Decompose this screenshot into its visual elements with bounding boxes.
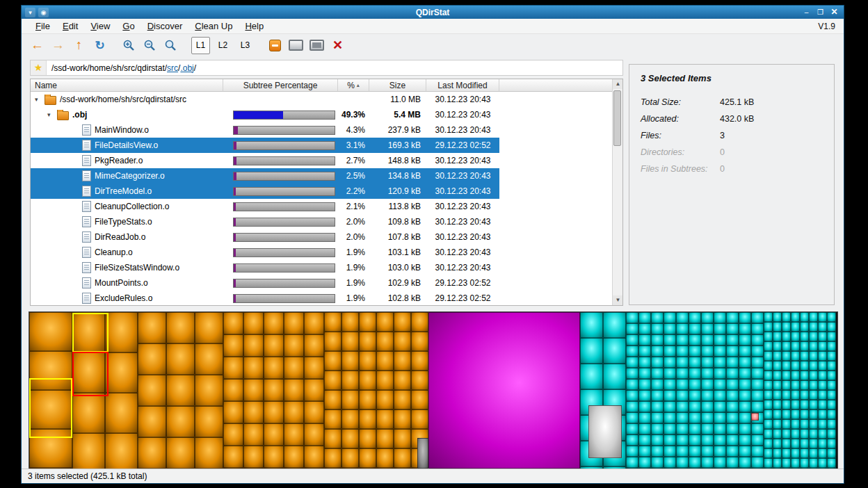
treemap-tile[interactable] [764,380,773,390]
treemap-tile[interactable] [166,406,195,437]
treemap-tile[interactable] [195,406,223,437]
treemap-tile[interactable] [714,312,726,323]
treemap-tile[interactable] [638,434,651,446]
treemap-tile[interactable] [324,448,341,468]
treemap-tile[interactable] [809,312,818,322]
minimize-button[interactable]: – [801,7,812,17]
treemap-tile[interactable] [773,429,782,439]
treemap-tile[interactable] [284,446,304,468]
treemap-tile[interactable] [195,312,223,343]
treemap-tile[interactable] [764,351,773,361]
treemap-tile[interactable] [638,323,651,334]
treemap-tile[interactable] [726,357,739,368]
treemap-tile[interactable] [751,345,764,357]
treemap-tile[interactable] [739,412,751,423]
treemap-tile[interactable] [739,357,751,368]
treemap-tile[interactable] [359,429,376,448]
treemap-tile[interactable] [243,446,264,468]
treemap-tile[interactable] [827,458,836,468]
tree-row[interactable]: ▾ DirTreeModel.o 2.2% 120.9 kB 30.12.23 … [31,184,622,199]
treemap-tile[interactable] [800,439,809,448]
treemap-tile[interactable] [166,375,195,406]
treemap-tile[interactable] [827,400,836,409]
treemap-tile[interactable] [714,446,726,457]
package-button[interactable] [266,37,284,54]
treemap-tile[interactable] [827,361,836,371]
treemap-tile[interactable] [394,448,411,468]
treemap-tile[interactable] [782,361,791,371]
treemap-tile[interactable] [166,437,195,469]
treemap-tile[interactable] [651,412,664,423]
window-menu-icon[interactable]: ▾ [25,8,35,17]
treemap-tile[interactable] [638,312,651,323]
treemap-tile[interactable] [782,332,791,341]
expander-icon[interactable]: ▾ [47,111,54,118]
treemap-tile[interactable] [809,390,818,400]
treemap-tile[interactable] [651,401,664,412]
treemap-tile[interactable] [651,334,664,345]
treemap-tile[interactable] [689,379,701,390]
treemap-tile[interactable] [800,419,809,429]
treemap-tile[interactable] [726,401,739,412]
treemap-tile[interactable] [676,334,689,345]
treemap-tile[interactable] [791,409,800,419]
treemap-tile[interactable] [764,458,773,468]
treemap-tile[interactable] [626,357,638,368]
treemap-tile[interactable] [651,446,664,457]
treemap-tile[interactable] [626,379,638,390]
treemap-tile[interactable] [773,409,782,419]
treemap-tile[interactable] [689,390,701,401]
treemap-tile[interactable] [166,312,195,343]
treemap-tile[interactable] [304,379,324,401]
treemap-tile[interactable] [800,429,809,439]
tree-row[interactable]: ▾ FileDetailsView.o 3.1% 169.3 kB 29.12.… [31,138,622,153]
treemap-tile[interactable] [638,401,651,412]
treemap-tile[interactable] [359,409,376,429]
treemap-tile[interactable] [264,446,284,468]
treemap-tile[interactable] [264,423,284,446]
treemap-tile[interactable] [726,312,739,323]
treemap-tile[interactable] [764,361,773,371]
treemap-tile[interactable] [764,341,773,351]
treemap-tile[interactable] [689,457,701,468]
treemap-tile[interactable] [701,368,714,379]
treemap-tile[interactable] [791,351,800,361]
treemap-tile[interactable] [818,332,827,341]
treemap-tile[interactable] [411,409,428,429]
treemap-tile[interactable] [394,390,411,409]
breadcrumb-link[interactable]: .obj [180,63,193,73]
treemap-tile[interactable] [29,312,72,351]
treemap-tile[interactable] [689,312,701,323]
treemap-tile[interactable] [773,380,782,390]
treemap-tile[interactable] [626,334,638,345]
treemap-tile[interactable] [341,390,359,409]
treemap-tile[interactable] [304,312,324,334]
treemap-tile[interactable] [714,434,726,446]
treemap-tile[interactable] [714,345,726,357]
treemap-tile[interactable] [664,423,676,434]
level-3-button[interactable]: L3 [236,37,255,54]
level-1-button[interactable]: L1 [191,37,210,54]
treemap-tile[interactable] [689,334,701,345]
treemap-tile[interactable] [394,429,411,448]
treemap-tile[interactable] [827,351,836,361]
treemap-tile[interactable] [651,457,664,468]
treemap-tile[interactable] [580,364,603,389]
treemap-tile[interactable] [800,380,809,390]
treemap-tile[interactable] [726,423,739,434]
treemap-tile[interactable] [223,312,243,334]
treemap-tile[interactable] [791,400,800,409]
treemap-tile[interactable] [739,323,751,334]
treemap-tile[interactable] [701,401,714,412]
treemap-tile[interactable] [243,312,264,334]
treemap-tile[interactable] [701,345,714,357]
treemap-tile[interactable] [764,448,773,458]
treemap-tile[interactable] [809,409,818,419]
treemap-tile[interactable] [818,448,827,458]
treemap-tile[interactable] [603,312,626,338]
treemap-tile[interactable] [773,322,782,332]
treemap-tile[interactable] [638,357,651,368]
tree-row[interactable]: ▾ CleanupCollection.o 2.1% 113.8 kB 30.1… [31,199,622,214]
treemap-tile[interactable] [243,357,264,379]
treemap-tile[interactable] [376,312,394,332]
